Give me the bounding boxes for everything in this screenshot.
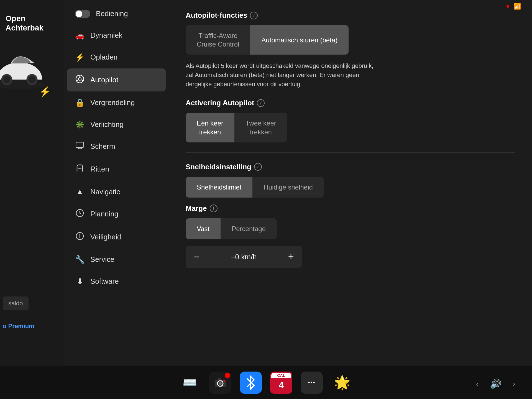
svg-line-9 <box>81 80 83 81</box>
sidebar-item-software[interactable]: ⬇ Software <box>67 271 166 292</box>
sidebar-label-autopilot: Autopilot <box>90 76 118 84</box>
steering-icon <box>75 75 85 85</box>
svg-text:!: ! <box>79 233 81 239</box>
status-dot <box>507 5 509 8</box>
sidebar-item-dynamiek[interactable]: 🚗 Dynamiek <box>67 25 166 46</box>
taskbar-calendar-icon[interactable]: CAL 4 <box>270 372 292 394</box>
activering-section: Activering Autopilot i <box>186 99 515 107</box>
sidebar-label-bediening: Bediening <box>96 9 128 18</box>
calendar-day: 4 <box>279 378 284 393</box>
navigate-icon: ▲ <box>75 187 85 196</box>
sidebar-label-navigatie: Navigatie <box>90 188 120 196</box>
twee-keer-btn[interactable]: Twee keer trekken <box>234 113 287 142</box>
sidebar-item-scherm[interactable]: Scherm <box>67 136 166 157</box>
svg-line-18 <box>80 213 81 214</box>
sidebar-label-veiligheid: Veiligheid <box>90 233 121 241</box>
sidebar-item-bediening[interactable]: Bediening <box>67 3 166 24</box>
sidebar-label-ritten: Ritten <box>90 165 109 173</box>
nav-forward-arrow[interactable]: › <box>513 379 515 388</box>
activering-info-icon[interactable]: i <box>257 99 265 107</box>
open-achterbak-button[interactable]: Open Achterbak <box>6 14 44 32</box>
autopilot-functions-title: Autopilot-functies <box>186 11 247 20</box>
speed-minus-btn[interactable]: − <box>186 246 208 268</box>
marge-info-icon[interactable]: i <box>210 204 218 212</box>
taskbar: ⌨️ CAL 4 ••• 🌟 <box>0 366 532 399</box>
svg-point-2 <box>3 76 10 83</box>
lock-icon: 🔒 <box>75 98 85 107</box>
marge-group: Vast Percentage <box>186 218 277 239</box>
svg-point-4 <box>29 76 35 83</box>
speed-value: +0 km/h <box>208 253 280 261</box>
speed-plus-btn[interactable]: + <box>280 246 302 268</box>
sidebar-item-opladen[interactable]: ⚡ Opladen <box>67 47 166 68</box>
huidige-snelheid-btn[interactable]: Huidige snelheid <box>252 177 324 198</box>
marge-section: Marge i <box>186 204 515 213</box>
taskbar-bluetooth-icon[interactable] <box>240 372 262 394</box>
sidebar-item-veiligheid[interactable]: ! Veiligheid <box>67 226 166 248</box>
activering-title: Activering Autopilot <box>186 99 254 107</box>
nav-back-arrow[interactable]: ‹ <box>476 379 479 388</box>
svg-rect-10 <box>76 142 84 147</box>
automatisch-sturen-btn[interactable]: Automatisch sturen (bèta) <box>250 25 349 55</box>
toggle-thumb <box>76 11 82 17</box>
snelheid-section: Snelheidsinstelling i <box>186 163 515 171</box>
svg-point-24 <box>219 382 222 385</box>
traffic-aware-cruise-btn[interactable]: Traffic-Aware Cruise Control <box>186 25 250 55</box>
signal-icon: 📶 <box>513 3 521 10</box>
sidebar-item-verlichting[interactable]: ✳️ Verlichting <box>67 114 166 135</box>
main-content: Autopilot-functies i Traffic-Aware Cruis… <box>169 0 532 382</box>
sidebar-label-dynamiek: Dynamiek <box>90 31 122 40</box>
ritten-icon <box>75 164 85 175</box>
snelheidslimiet-btn[interactable]: Snelheidslimiet <box>186 177 252 198</box>
car-icon: 🚗 <box>75 31 85 40</box>
sidebar-label-software: Software <box>90 277 119 286</box>
marge-title: Marge <box>186 204 207 213</box>
sidebar-item-vergrendeling[interactable]: 🔒 Vergrendeling <box>67 92 166 113</box>
sidebar-item-service[interactable]: 🔧 Service <box>67 249 166 270</box>
sidebar-item-planning[interactable]: Planning <box>67 203 166 225</box>
svg-point-26 <box>223 380 225 382</box>
taskbar-keyboard-icon[interactable]: ⌨️ <box>179 372 201 394</box>
taskbar-dots-icon[interactable]: ••• <box>301 372 323 394</box>
autopilot-functions-info-icon[interactable]: i <box>250 12 258 19</box>
een-keer-btn[interactable]: Eén keer trekken <box>186 113 234 142</box>
speed-control: − +0 km/h + <box>186 246 302 268</box>
sidebar-label-vergrendeling: Vergrendeling <box>90 98 135 107</box>
bediening-toggle[interactable] <box>75 10 90 18</box>
sidebar-item-navigatie[interactable]: ▲ Navigatie <box>67 181 166 202</box>
sidebar: Bediening 🚗 Dynamiek ⚡ Opladen Autopilot… <box>64 0 169 382</box>
left-panel: Open Achterbak ⚡ saldo o Premium <box>0 0 64 399</box>
snelheid-group: Snelheidslimiet Huidige snelheid <box>186 177 324 198</box>
sidebar-label-service: Service <box>90 255 114 264</box>
taskbar-camera-icon[interactable] <box>209 372 231 394</box>
activering-group: Eén keer trekken Twee keer trekken <box>186 113 287 142</box>
autopilot-description: Als Autopilot 5 keer wordt uitgeschakeld… <box>186 61 380 89</box>
sidebar-label-opladen: Opladen <box>90 53 117 62</box>
sidebar-label-scherm: Scherm <box>90 142 115 151</box>
toggle-track[interactable] <box>75 10 90 18</box>
lightning-icon: ⚡ <box>39 86 51 98</box>
sidebar-label-planning: Planning <box>90 210 118 218</box>
volume-icon[interactable]: 🔊 <box>490 378 502 389</box>
light-icon: ✳️ <box>75 120 85 129</box>
sidebar-item-autopilot[interactable]: Autopilot <box>67 68 166 91</box>
divider-1 <box>186 152 515 153</box>
autopilot-functions-group: Traffic-Aware Cruise Control Automatisch… <box>186 25 349 55</box>
snelheid-title: Snelheidsinstelling <box>186 163 251 171</box>
safety-icon: ! <box>75 232 85 242</box>
svg-point-19 <box>79 209 80 210</box>
sidebar-item-ritten[interactable]: Ritten <box>67 158 166 181</box>
sidebar-label-verlichting: Verlichting <box>90 120 124 129</box>
download-icon: ⬇ <box>75 277 85 286</box>
status-bar: 📶 <box>507 3 521 10</box>
svg-point-6 <box>78 78 81 80</box>
wrench-icon: 🔧 <box>75 255 85 264</box>
clock-icon <box>75 209 85 219</box>
saldo-badge: saldo <box>3 296 29 310</box>
camera-badge <box>225 373 230 378</box>
vast-btn[interactable]: Vast <box>186 218 221 239</box>
percentage-btn[interactable]: Percentage <box>221 218 277 239</box>
snelheid-info-icon[interactable]: i <box>254 163 262 171</box>
taskbar-sparkle-icon[interactable]: 🌟 <box>331 372 353 394</box>
nav-bottom-right: ‹ 🔊 › <box>476 378 515 389</box>
